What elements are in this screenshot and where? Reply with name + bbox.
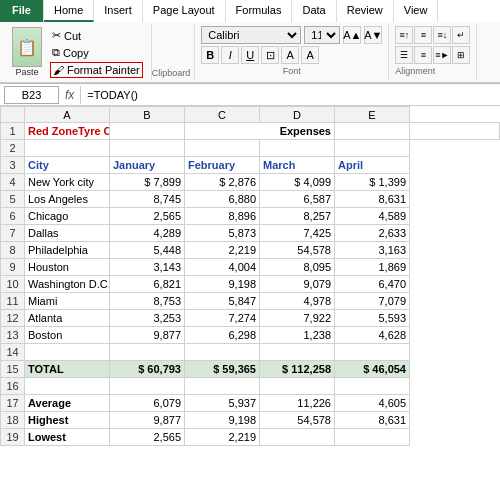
row-number-2[interactable]: 2 [1,140,25,157]
tab-insert[interactable]: Insert [94,0,143,22]
cell-r18c3[interactable]: 54,578 [260,412,335,429]
cell-r1c4[interactable] [410,123,500,140]
bold-button[interactable]: B [201,46,219,64]
cell-r16c1[interactable] [110,378,185,395]
cell-r15c3[interactable]: $ 112,258 [260,361,335,378]
cell-r9c0[interactable]: Houston [25,259,110,276]
cell-r11c0[interactable]: Miami [25,293,110,310]
tab-file[interactable]: File [0,0,44,22]
row-number-9[interactable]: 9 [1,259,25,276]
row-number-4[interactable]: 4 [1,174,25,191]
cell-r8c0[interactable]: Philadelphia [25,242,110,259]
cell-r11c2[interactable]: 5,847 [185,293,260,310]
cell-r5c2[interactable]: 6,880 [185,191,260,208]
cell-r11c3[interactable]: 4,978 [260,293,335,310]
border-button[interactable]: ⊡ [261,46,279,64]
cell-r13c0[interactable]: Boston [25,327,110,344]
underline-button[interactable]: U [241,46,259,64]
decrease-font-button[interactable]: A▼ [364,26,382,44]
cell-r4c0[interactable]: New York city [25,174,110,191]
cell-r2c0[interactable] [25,140,110,157]
cell-r8c2[interactable]: 2,219 [185,242,260,259]
cell-r14c4[interactable] [335,344,410,361]
cell-r19c3[interactable] [260,429,335,446]
cell-r19c4[interactable] [335,429,410,446]
cell-r11c1[interactable]: 8,753 [110,293,185,310]
cell-r13c2[interactable]: 6,298 [185,327,260,344]
cell-r10c1[interactable]: 6,821 [110,276,185,293]
cell-r15c1[interactable]: $ 60,793 [110,361,185,378]
row-number-3[interactable]: 3 [1,157,25,174]
cell-r3c3[interactable]: March [260,157,335,174]
cell-r1c1[interactable] [110,123,185,140]
cell-r6c4[interactable]: 4,589 [335,208,410,225]
cell-r4c3[interactable]: $ 4,099 [260,174,335,191]
cell-r19c1[interactable]: 2,565 [110,429,185,446]
row-number-1[interactable]: 1 [1,123,25,140]
cell-r4c2[interactable]: $ 2,876 [185,174,260,191]
cell-r18c4[interactable]: 8,631 [335,412,410,429]
row-number-14[interactable]: 14 [1,344,25,361]
row-number-5[interactable]: 5 [1,191,25,208]
format-painter-button[interactable]: 🖌 Format Painter [50,62,143,78]
cell-r5c4[interactable]: 8,631 [335,191,410,208]
cell-r7c1[interactable]: 4,289 [110,225,185,242]
row-number-18[interactable]: 18 [1,412,25,429]
cell-r1c3[interactable] [335,123,410,140]
align-bottom-button[interactable]: ≡↓ [433,26,451,44]
cell-r5c0[interactable]: Los Angeles [25,191,110,208]
tab-formulas[interactable]: Formulas [226,0,293,22]
cell-r6c3[interactable]: 8,257 [260,208,335,225]
align-center-button[interactable]: ≡ [414,46,432,64]
cell-r19c2[interactable]: 2,219 [185,429,260,446]
row-number-8[interactable]: 8 [1,242,25,259]
cell-r10c3[interactable]: 9,079 [260,276,335,293]
row-number-19[interactable]: 19 [1,429,25,446]
col-header-e[interactable]: E [335,107,410,123]
cell-r6c0[interactable]: Chicago [25,208,110,225]
cell-r13c4[interactable]: 4,628 [335,327,410,344]
cell-r6c2[interactable]: 8,896 [185,208,260,225]
cell-r12c4[interactable]: 5,593 [335,310,410,327]
cell-r16c3[interactable] [260,378,335,395]
cell-r9c4[interactable]: 1,869 [335,259,410,276]
increase-font-button[interactable]: A▲ [343,26,361,44]
cell-r10c0[interactable]: Washington D.C. [25,276,110,293]
row-number-12[interactable]: 12 [1,310,25,327]
tab-data[interactable]: Data [292,0,336,22]
cell-r4c4[interactable]: $ 1,399 [335,174,410,191]
cell-r18c2[interactable]: 9,198 [185,412,260,429]
font-size-select[interactable]: 11 [304,26,340,44]
cell-r2c4[interactable] [335,140,410,157]
cell-r2c3[interactable] [260,140,335,157]
cell-r7c0[interactable]: Dallas [25,225,110,242]
cell-r2c2[interactable] [185,140,260,157]
align-right-button[interactable]: ≡► [433,46,451,64]
cell-r18c1[interactable]: 9,877 [110,412,185,429]
font-color-button[interactable]: A [301,46,319,64]
cell-r17c3[interactable]: 11,226 [260,395,335,412]
cell-r17c0[interactable]: Average [25,395,110,412]
col-header-d[interactable]: D [260,107,335,123]
cell-r5c1[interactable]: 8,745 [110,191,185,208]
cell-r5c3[interactable]: 6,587 [260,191,335,208]
cell-r14c0[interactable] [25,344,110,361]
cell-r12c1[interactable]: 3,253 [110,310,185,327]
tab-view[interactable]: View [394,0,439,22]
italic-button[interactable]: I [221,46,239,64]
align-top-button[interactable]: ≡↑ [395,26,413,44]
row-number-7[interactable]: 7 [1,225,25,242]
merge-button[interactable]: ⊞ [452,46,470,64]
col-header-a[interactable]: A [25,107,110,123]
cell-r1c0[interactable]: Red ZoneTyre Company [25,123,110,140]
cell-r12c3[interactable]: 7,922 [260,310,335,327]
cell-r17c2[interactable]: 5,937 [185,395,260,412]
tab-review[interactable]: Review [337,0,394,22]
cell-r16c2[interactable] [185,378,260,395]
cell-r19c0[interactable]: Lowest [25,429,110,446]
copy-button[interactable]: ⧉ Copy [50,45,143,60]
cell-r11c4[interactable]: 7,079 [335,293,410,310]
cell-reference-input[interactable] [4,86,59,104]
align-middle-button[interactable]: ≡ [414,26,432,44]
cell-r9c1[interactable]: 3,143 [110,259,185,276]
